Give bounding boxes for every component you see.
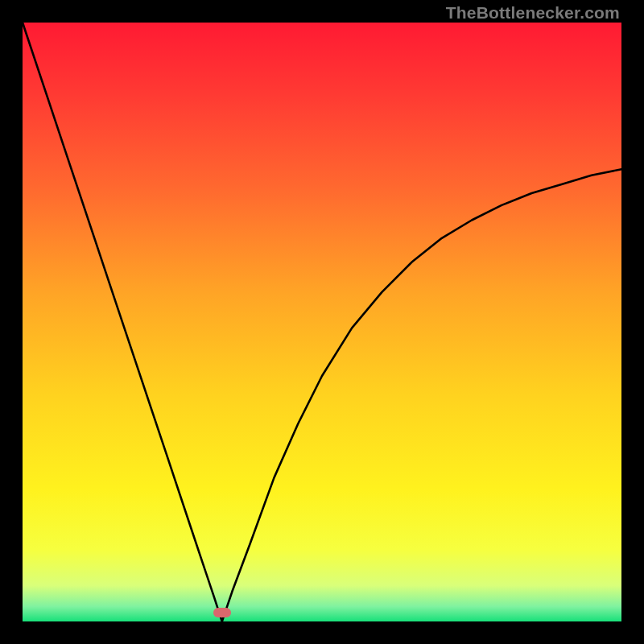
curve-path [23, 23, 621, 621]
optimal-marker [213, 608, 231, 617]
bottleneck-curve [23, 23, 621, 621]
chart-frame: TheBottlenecker.com [0, 0, 644, 644]
watermark-text: TheBottlenecker.com [446, 3, 620, 23]
